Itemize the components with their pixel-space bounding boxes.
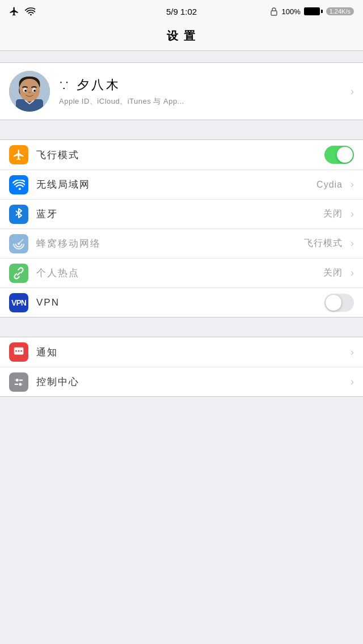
battery-icon: [304, 7, 323, 15]
bluetooth-row[interactable]: 蓝牙 关闭 ›: [0, 199, 363, 228]
control-center-chevron-icon: ›: [351, 376, 354, 388]
notifications-chevron-icon: ›: [351, 346, 354, 358]
wifi-status-icon: [25, 7, 35, 16]
cellular-value: 飞行模式: [304, 238, 343, 249]
profile-section: ∵ 夕八木 Apple ID、iCloud、iTunes 与 App... ›: [0, 62, 363, 120]
bluetooth-icon: [9, 205, 28, 224]
status-bar: 5/9 1:02 100% 1.24K/s: [0, 0, 363, 23]
profile-name: ∵ 夕八木: [59, 77, 346, 94]
vpn-text: VPN: [11, 298, 26, 307]
svg-point-18: [20, 350, 22, 352]
svg-point-20: [15, 378, 19, 382]
control-center-label: 控制中心: [36, 375, 346, 388]
cellular-row[interactable]: 蜂窝移动网络 飞行模式 ›: [0, 228, 363, 258]
vpn-label: VPN: [36, 297, 324, 308]
svg-point-17: [18, 350, 20, 352]
svg-rect-1: [271, 11, 277, 15]
status-time: 5/9 1:02: [166, 7, 197, 16]
svg-point-0: [30, 14, 32, 16]
profile-info: ∵ 夕八木 Apple ID、iCloud、iTunes 与 App...: [59, 77, 346, 107]
cellular-icon: [9, 234, 28, 253]
svg-point-5: [19, 79, 40, 101]
profile-row[interactable]: ∵ 夕八木 Apple ID、iCloud、iTunes 与 App... ›: [0, 63, 363, 120]
svg-point-8: [24, 90, 27, 92]
bluetooth-label: 蓝牙: [36, 207, 323, 221]
section-gap-2: [0, 317, 363, 337]
notifications-row[interactable]: 通知 ›: [0, 337, 363, 367]
bluetooth-chevron-icon: ›: [351, 208, 354, 220]
section-gap-1: [0, 120, 363, 139]
profile-chevron-icon: ›: [351, 86, 354, 98]
status-left: [9, 6, 35, 16]
vpn-icon: VPN: [9, 293, 28, 312]
wifi-value: Cydia: [316, 180, 343, 190]
page-title: 设 置: [0, 28, 363, 44]
cellular-label: 蜂窝移动网络: [36, 237, 304, 250]
system-section: 通知 › 控制中心 ›: [0, 337, 363, 397]
lock-status-icon: [270, 7, 278, 16]
airplane-icon: [9, 145, 28, 164]
svg-point-10: [19, 188, 21, 190]
profile-subtitle: Apple ID、iCloud、iTunes 与 App...: [59, 96, 346, 107]
network-speed: 1.24K/s: [326, 7, 354, 15]
bluetooth-value: 关闭: [323, 208, 343, 220]
svg-line-14: [19, 239, 23, 244]
hotspot-chevron-icon: ›: [351, 267, 354, 279]
airplane-label: 飞行模式: [36, 149, 324, 162]
cellular-chevron-icon: ›: [351, 238, 354, 249]
control-center-row[interactable]: 控制中心 ›: [0, 367, 363, 396]
airplane-toggle[interactable]: [324, 146, 354, 164]
svg-point-9: [33, 90, 36, 92]
hotspot-row[interactable]: 个人热点 关闭 ›: [0, 258, 363, 287]
notifications-label: 通知: [36, 346, 346, 359]
avatar: [9, 71, 50, 112]
svg-point-16: [15, 350, 17, 352]
control-center-icon: [9, 372, 28, 392]
wifi-label: 无线局域网: [36, 178, 316, 191]
hotspot-icon: [9, 264, 28, 283]
airplane-row[interactable]: 飞行模式: [0, 140, 363, 170]
wifi-row[interactable]: 无线局域网 Cydia ›: [0, 170, 363, 199]
status-right: 100% 1.24K/s: [270, 7, 354, 16]
wifi-chevron-icon: ›: [351, 179, 354, 190]
page-title-bar: 设 置: [0, 23, 363, 51]
hotspot-value: 关闭: [323, 267, 343, 279]
hotspot-label: 个人热点: [36, 266, 323, 279]
vpn-row[interactable]: VPN VPN: [0, 287, 363, 317]
svg-point-22: [19, 382, 22, 385]
battery-percent: 100%: [281, 7, 300, 16]
vpn-toggle[interactable]: [324, 294, 354, 312]
airplane-status-icon: [9, 6, 19, 16]
connectivity-section: 飞行模式 无线局域网 Cydia ›: [0, 139, 363, 317]
notifications-icon: [9, 342, 28, 362]
wifi-icon: [9, 175, 28, 194]
